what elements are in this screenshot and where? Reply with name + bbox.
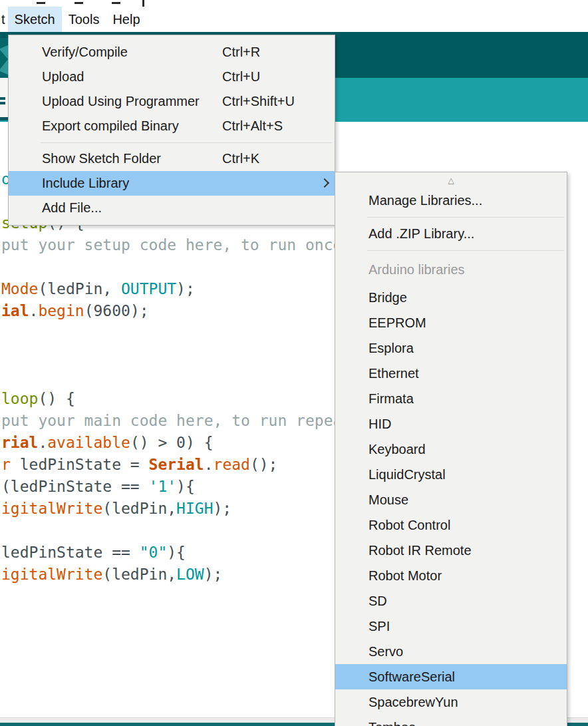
menu-item-label: Verify/Compile [42,45,128,60]
menu-sketch[interactable]: Sketch [8,7,62,32]
sketch-menu-item-upload[interactable]: UploadCtrl+U [9,65,335,89]
submenu-item-robot-ir-remote[interactable]: Robot IR Remote [335,538,567,563]
submenu-item-sd[interactable]: SD [335,588,567,614]
sketch-menu-item-show-sketch-folder[interactable]: Show Sketch FolderCtrl+K [9,146,335,171]
submenu-item-label: SPI [368,619,390,634]
submenu-item-label: SpacebrewYun [368,695,458,710]
submenu-section-arduino-libraries: Arduino libraries [335,254,567,285]
submenu-item-label: SoftwareSerial [368,669,455,685]
sketch-menu-item-export-compiled-binary[interactable]: Export compiled BinaryCtrl+Alt+S [9,114,335,138]
menu-item-shortcut: Ctrl+U [222,69,260,85]
submenu-item-robot-control[interactable]: Robot Control [335,512,567,538]
submenu-item-add-zip-library[interactable]: Add .ZIP Library... [335,221,567,246]
submenu-item-label: EEPROM [368,315,426,331]
submenu-item-mouse[interactable]: Mouse [335,487,567,512]
submenu-item-servo[interactable]: Servo [335,639,567,664]
menu-item-label: Export compiled Binary [42,118,179,134]
code-line: loop() { [1,388,75,410]
submenu-item-keyboard[interactable]: Keyboard [335,437,567,462]
submenu-item-label: Ethernet [368,366,419,381]
menu-bar: t Sketch Tools Help [0,7,588,32]
sketch-menu-item-add-file[interactable]: Add File... [9,196,335,220]
sketch-menu-item-verify-compile[interactable]: Verify/CompileCtrl+R [9,40,335,65]
submenu-item-label: Temboo [368,720,416,726]
code-line: put your setup code here, to run once: [1,234,351,256]
submenu-item-spi[interactable]: SPI [335,614,567,639]
code-line: ial.begin(9600); [1,300,149,322]
menu-item-label: Show Sketch Folder [42,151,161,166]
menu-item-label: Upload Using Programmer [42,94,200,109]
submenu-item-label: LiquidCrystal [368,467,446,482]
submenu-arrow-icon [320,178,329,188]
code-line: rial.available() > 0) { [1,432,214,454]
menu-separator [9,138,335,146]
menu-item-shortcut: Ctrl+R [222,45,260,60]
submenu-item-label: Arduino libraries [368,262,465,277]
submenu-item-firmata[interactable]: Firmata [335,386,567,411]
include-library-submenu: △Manage Libraries...Add .ZIP Library...A… [335,172,567,726]
submenu-item-liquidcrystal[interactable]: LiquidCrystal [335,462,567,487]
submenu-item-hid[interactable]: HID [335,411,567,437]
menu-tools[interactable]: Tools [62,7,106,32]
submenu-item-softwareserial[interactable]: SoftwareSerial [335,664,567,689]
menu-item-shortcut: Ctrl+Alt+S [222,118,283,134]
code-line: Mode(ledPin, OUTPUT); [1,278,195,300]
submenu-item-temboo[interactable]: Temboo [335,715,567,726]
scroll-up-icon[interactable]: △ [335,172,567,188]
menu-item-label: Include Library [42,176,129,191]
submenu-item-label: Robot Control [368,518,450,533]
submenu-item-robot-motor[interactable]: Robot Motor [335,563,567,588]
submenu-item-label: Servo [368,644,403,659]
submenu-item-label: Bridge [368,290,407,305]
submenu-item-ethernet[interactable]: Ethernet [335,361,567,386]
menu-edit-partial[interactable]: t [0,12,8,27]
menu-separator [335,213,567,221]
submenu-item-manage-libraries[interactable]: Manage Libraries... [335,188,567,213]
submenu-item-label: Robot IR Remote [368,543,472,558]
sketch-menu-item-include-library[interactable]: Include Library [9,171,335,196]
submenu-item-label: Keyboard [368,442,426,457]
menu-item-label: Upload [42,69,84,85]
submenu-item-spacebrewyun[interactable]: SpacebrewYun [335,689,567,715]
menu-separator [335,246,567,254]
code-line: ledPinState == "0"){ [1,542,186,564]
tab-text-fragment [0,97,5,100]
submenu-item-esplora[interactable]: Esplora [335,335,567,361]
submenu-item-label: Manage Libraries... [368,193,482,208]
submenu-item-label: Firmata [368,391,414,407]
menu-item-label: Add File... [42,200,102,216]
tab-text-fragment [0,102,5,104]
submenu-item-eeprom[interactable]: EEPROM [335,310,567,335]
submenu-item-label: Add .ZIP Library... [368,226,474,242]
submenu-item-label: SD [368,594,387,609]
menu-help[interactable]: Help [106,7,146,32]
submenu-item-label: Esplora [368,341,414,356]
submenu-item-label: HID [368,417,391,432]
code-line: r ledPinState = Serial.read(); [1,454,277,476]
sketch-menu: Verify/CompileCtrl+RUploadCtrl+UUpload U… [8,35,335,226]
menu-item-shortcut: Ctrl+Shift+U [222,94,295,109]
sketch-menu-item-upload-using-programmer[interactable]: Upload Using ProgrammerCtrl+Shift+U [9,89,335,114]
submenu-item-label: Robot Motor [368,568,442,584]
submenu-item-label: Mouse [368,492,408,508]
menu-item-shortcut: Ctrl+K [222,151,259,166]
code-line: (ledPinState == '1'){ [1,476,195,498]
code-line: igitalWrite(ledPin,HIGH); [1,498,231,520]
code-line: igitalWrite(ledPin,LOW); [1,564,222,586]
submenu-item-bridge[interactable]: Bridge [335,285,567,310]
